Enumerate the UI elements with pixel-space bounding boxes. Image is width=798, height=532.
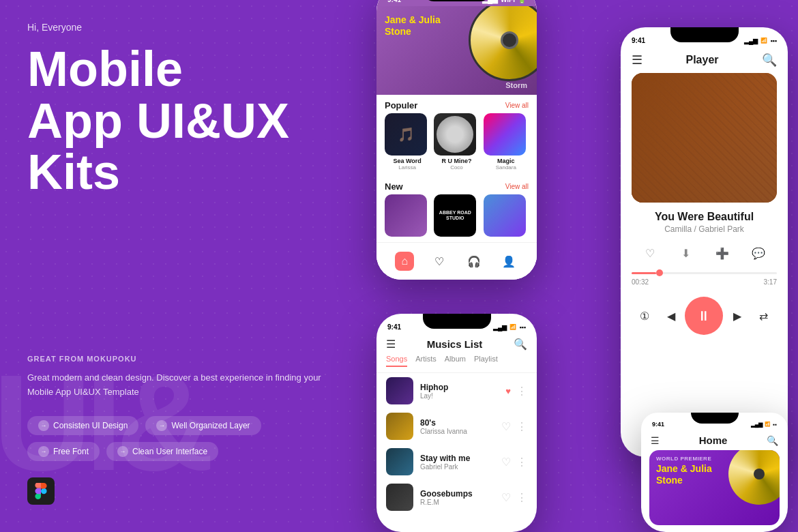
download-action-btn[interactable]: ⬇ [675, 242, 697, 264]
new-album-3[interactable] [484, 194, 529, 239]
progress-bar[interactable] [632, 272, 777, 274]
nav-music-icon[interactable]: 🎧 [464, 252, 484, 271]
tag-well-organized[interactable]: → Well Organized Layer [145, 416, 261, 435]
menu-icon[interactable]: ☰ [651, 435, 660, 446]
tag-label: Well Organized Layer [171, 421, 250, 430]
heart-icon[interactable]: ♥ [505, 386, 511, 396]
chat-action-btn[interactable]: 💬 [748, 242, 769, 264]
wifi-icon: WiFi [501, 0, 515, 3]
song-thumb-hiphop [386, 377, 413, 404]
song-item-goosebumps[interactable]: Goosebumps R.E.M ♡ ⋮ [376, 479, 537, 515]
title-line2: App UI&UX [27, 93, 289, 148]
status-time: 9:41 [632, 37, 645, 44]
song-name: 80's [420, 418, 494, 428]
play-pause-button[interactable]: ⏸ [685, 297, 723, 335]
world-premiere-label: WORLD PREMIERE [656, 456, 712, 462]
prev-icon[interactable]: ◀ [659, 304, 683, 328]
bottom-nav: ⌂ ♡ 🎧 👤 [376, 242, 537, 280]
heart-icon[interactable]: ♡ [501, 420, 511, 433]
new-header: New View all [376, 176, 537, 194]
home-header: ☰ Home 🔍 [641, 430, 788, 450]
hero-title: Jane & JuliaStone [385, 14, 441, 38]
song-item-staywithme[interactable]: Stay with me Gabriel Park ♡ ⋮ [376, 444, 537, 479]
tag-consistent-ui[interactable]: → Consisten UI Design [27, 416, 138, 435]
menu-icon[interactable]: ☰ [386, 338, 396, 351]
popular-view-all[interactable]: View all [505, 102, 529, 109]
song-thumb-stay [386, 448, 413, 475]
heart-icon[interactable]: ♡ [501, 456, 511, 469]
phones-area: 9:41 ▂▄▆ WiFi 🔋 Jane & JuliaStone Storm [321, 0, 798, 532]
heart-action-btn[interactable]: ♡ [639, 242, 661, 264]
wifi-icon: 📶 [765, 422, 771, 427]
new-album-abbey[interactable]: ABBEY ROAD STUDIO [434, 194, 479, 239]
progress-fill [632, 272, 656, 274]
player-artist: Camilla / Gabriel Park [621, 224, 788, 234]
progress-times: 00:32 3:17 [632, 278, 777, 286]
new-grid: ABBEY ROAD STUDIO [376, 194, 537, 239]
song-info: Goosebumps R.E.M [420, 489, 494, 506]
player-header: ☰ Player 🔍 [621, 47, 788, 73]
album-item-magic[interactable]: Magic Sandara [484, 113, 529, 171]
arrow-icon: → [117, 446, 128, 457]
album-item-rumine[interactable]: R U Mine? Coco [434, 113, 479, 171]
time-current: 00:32 [632, 278, 649, 286]
player-inner: 9:41 ▂▄▆ 📶 ▪▪▪ ☰ Player 🔍 You Were Beaut… [621, 27, 788, 335]
next-icon[interactable]: ▶ [725, 304, 750, 328]
more-icon[interactable]: ⋮ [516, 385, 527, 398]
song-thumb-80s [386, 413, 413, 440]
phone-notch [423, 0, 491, 1]
battery-icon: ▪▪▪ [519, 324, 526, 331]
heart-icon[interactable]: ♡ [501, 491, 511, 504]
search-icon[interactable]: 🔍 [767, 435, 778, 446]
hero-card[interactable]: Jane & JuliaStone Storm [376, 6, 537, 95]
menu-icon[interactable]: ☰ [632, 53, 642, 68]
phone-notch [423, 314, 491, 329]
tag-clean-ui[interactable]: → Clean User Interface [106, 442, 218, 461]
album-item-sea-word[interactable]: Sea Word Larissa [385, 113, 430, 171]
hero-info: Jane & JuliaStone [385, 14, 441, 38]
more-icon[interactable]: ⋮ [516, 420, 527, 433]
nav-heart-icon[interactable]: ♡ [430, 252, 449, 271]
hero-subtitle: Storm [505, 81, 527, 89]
new-album-thumb-3 [484, 194, 526, 237]
more-icon[interactable]: ⋮ [516, 456, 527, 469]
tab-album[interactable]: Album [445, 355, 466, 367]
player-title: Player [685, 54, 718, 66]
album-thumb-magic [484, 113, 526, 156]
album-artist: Coco [434, 164, 479, 171]
song-item-80s[interactable]: 80's Clarissa Ivanna ♡ ⋮ [376, 409, 537, 444]
list-tabs: Songs Artists Album Playlist [376, 355, 537, 373]
tab-playlist[interactable]: Playlist [474, 355, 498, 367]
status-icons: ▂▄▆ WiFi 🔋 [482, 0, 526, 3]
more-icon[interactable]: ⋮ [516, 491, 527, 504]
song-actions: ♡ ⋮ [501, 420, 527, 433]
add-action-btn[interactable]: ➕ [711, 242, 733, 264]
status-time: 9:41 [652, 421, 664, 428]
progress-area[interactable]: 00:32 3:17 [621, 272, 788, 286]
status-icons: ▂▄▆ 📶 ▪▪▪ [493, 324, 526, 331]
search-icon[interactable]: 🔍 [514, 338, 527, 351]
player-actions: ♡ ⬇ ➕ 💬 [621, 242, 788, 264]
signal-icon: ▂▄▆ [493, 324, 507, 331]
phone1-inner: 9:41 ▂▄▆ WiFi 🔋 Jane & JuliaStone Storm [376, 0, 537, 280]
repeat-icon[interactable]: ① [632, 304, 657, 328]
status-time: 9:41 [387, 323, 401, 331]
new-view-all[interactable]: View all [505, 183, 529, 190]
search-icon[interactable]: 🔍 [762, 53, 777, 68]
tag-free-font[interactable]: → Free Font [27, 442, 100, 461]
tab-artists[interactable]: Artists [415, 355, 437, 367]
song-info: Stay with me Gabriel Park [420, 454, 494, 471]
popular-header: Populer View all [376, 95, 537, 113]
nav-profile-icon[interactable]: 👤 [499, 252, 518, 271]
wifi-icon: 📶 [760, 38, 767, 44]
home-card[interactable]: WORLD PREMIERE Jane & Julia Stone [649, 450, 780, 525]
tag-label: Consisten UI Design [53, 421, 128, 430]
nav-home-icon[interactable]: ⌂ [395, 252, 414, 271]
title-line1: Mobile [27, 42, 183, 96]
phone-notch [691, 413, 739, 424]
wifi-icon: 📶 [509, 324, 516, 330]
song-item-hiphop[interactable]: Hiphop Lay! ♥ ⋮ [376, 373, 537, 409]
shuffle-icon[interactable]: ⇄ [752, 304, 776, 328]
new-album-1[interactable] [385, 194, 430, 239]
tab-songs[interactable]: Songs [386, 355, 407, 367]
